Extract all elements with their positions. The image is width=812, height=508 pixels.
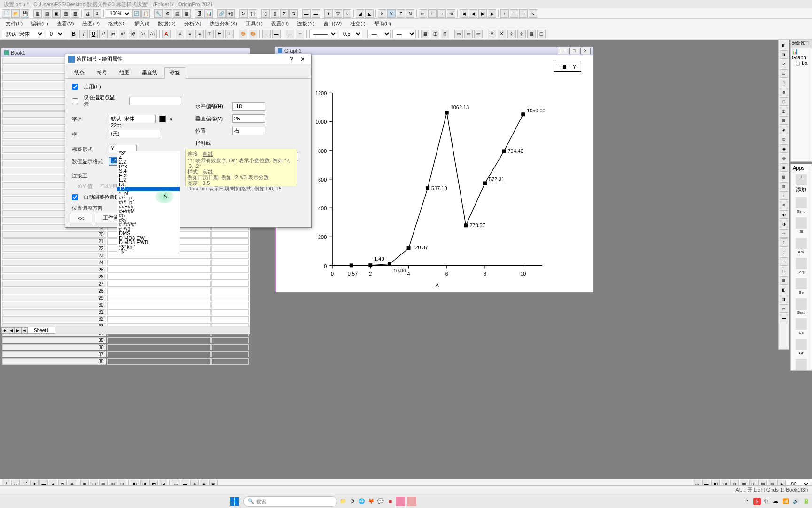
tray-up-icon[interactable]: ^ xyxy=(743,498,750,505)
graph-close-icon[interactable]: ✕ xyxy=(580,48,591,54)
frame-icon[interactable]: ▢ xyxy=(537,30,546,38)
dropdown-item[interactable]: 4 xyxy=(117,156,180,160)
new-notes-icon[interactable]: ▨ xyxy=(71,9,79,18)
only-points-checkbox[interactable] xyxy=(72,98,78,104)
apps-item[interactable]: Grap xyxy=(791,296,812,317)
dialog-close-icon[interactable]: ✕ xyxy=(297,56,308,63)
save-icon[interactable]: 💾 xyxy=(21,9,29,18)
rtool-20-icon[interactable]: ◑ xyxy=(780,220,788,228)
tab-label[interactable]: 标签 xyxy=(164,67,185,79)
table-icon[interactable]: ⊞ xyxy=(441,30,449,38)
rtool-13-icon[interactable]: ◎ xyxy=(780,154,788,162)
dropdown-item[interactable]: D0 xyxy=(117,183,180,187)
rtool-27-icon[interactable]: ◧ xyxy=(780,286,788,294)
graph-area[interactable]: Y 02468100200400600800100012000.571.4010… xyxy=(275,55,593,292)
plus-icon[interactable]: ✕ xyxy=(498,30,506,38)
taskbar-search[interactable]: 🔍 xyxy=(243,496,337,507)
code-icon[interactable]: { } xyxy=(249,9,257,18)
rtool-24-icon[interactable]: ↔ xyxy=(780,257,788,266)
palette-icon[interactable]: 🎨 xyxy=(239,30,247,38)
tab-prev-icon[interactable]: ◀ xyxy=(8,327,15,334)
fill-color-icon[interactable]: ▬ xyxy=(272,30,281,38)
layer1-icon[interactable]: ▭ xyxy=(454,30,463,38)
axis2-icon[interactable]: ⊹ xyxy=(517,30,526,38)
graph-window[interactable]: Graph1 — □ ✕ Y 0246810020040060080010001… xyxy=(274,46,594,293)
filter-icon[interactable]: ▼ xyxy=(324,9,333,18)
valign-bot-icon[interactable]: ⊥ xyxy=(225,30,234,38)
tool4-icon[interactable]: ▦ xyxy=(182,9,191,18)
nav1-icon[interactable]: ◀ xyxy=(460,9,468,18)
menu-plot[interactable]: 绘图(P) xyxy=(78,19,103,28)
rtool-19-icon[interactable]: ◐ xyxy=(780,210,788,219)
nav7-icon[interactable]: → xyxy=(519,9,528,18)
rtool-23-icon[interactable]: ↕ xyxy=(780,248,788,256)
position-select[interactable]: 右 xyxy=(232,127,265,135)
task-edge-icon[interactable]: 🌐 xyxy=(358,498,366,505)
line-end2-combo[interactable]: — xyxy=(392,30,416,38)
sub-icon[interactable]: x₂ xyxy=(109,30,117,38)
rtool-29-icon[interactable]: ▭ xyxy=(780,304,788,313)
add-col-icon[interactable]: +▯ xyxy=(226,9,235,18)
tab-first-icon[interactable]: ⏮ xyxy=(1,327,8,334)
legend[interactable]: Y xyxy=(554,62,581,72)
rtool-21-icon[interactable]: ⊹ xyxy=(780,229,788,238)
tab-next-icon[interactable]: ▶ xyxy=(15,327,21,334)
graph-titlebar[interactable]: Graph1 — □ ✕ xyxy=(275,47,593,55)
search-input[interactable] xyxy=(256,499,333,504)
rtool-16-icon[interactable]: ▥ xyxy=(780,182,788,190)
task-origin-icon[interactable] xyxy=(407,497,416,506)
zoom-combo[interactable]: 100% xyxy=(106,9,131,18)
apps-add[interactable]: +添加 xyxy=(791,172,812,195)
move-left-icon[interactable]: ← xyxy=(428,9,437,18)
align-center-icon[interactable]: ≡ xyxy=(186,30,194,38)
menu-insert[interactable]: 插入(I) xyxy=(131,19,153,28)
new-graph-icon[interactable]: ▤ xyxy=(43,9,51,18)
nav3-icon[interactable]: ▶ xyxy=(478,9,487,18)
row2-icon[interactable]: ▬ xyxy=(312,9,320,18)
menu-tools[interactable]: 工具(T) xyxy=(242,19,266,28)
nav2-icon[interactable]: ◀ xyxy=(469,9,477,18)
graph-max-icon[interactable]: □ xyxy=(569,48,579,54)
menu-file[interactable]: 文件(F) xyxy=(2,19,26,28)
tray-volume-icon[interactable]: 🔊 xyxy=(792,498,800,505)
apps-panel[interactable]: Apps +添加 SimpStAdvSequSeGrapSeGrMaFitt xyxy=(790,164,812,371)
voffset-input[interactable] xyxy=(232,114,265,123)
new-workbook-icon[interactable]: ▦ xyxy=(33,9,42,18)
tab-last-icon[interactable]: ⏭ xyxy=(21,327,28,334)
dialog-titlebar[interactable]: 绘图细节 - 绘图属性 ? ✕ xyxy=(65,54,311,64)
line-color-icon[interactable]: — xyxy=(262,30,271,38)
menu-analysis[interactable]: 分析(A) xyxy=(180,19,205,28)
font-color-icon[interactable]: A xyxy=(162,30,171,38)
import-icon[interactable]: ⇓ xyxy=(93,9,102,18)
tray-battery-icon[interactable]: 🔋 xyxy=(803,498,810,505)
dropdown-item[interactable]: *3* xyxy=(117,151,180,156)
z-icon[interactable]: Z xyxy=(397,9,405,18)
tray-wifi-icon[interactable]: 📶 xyxy=(782,498,789,505)
col-icon[interactable]: ▯ xyxy=(261,9,270,18)
new-matrix-icon[interactable]: ▣ xyxy=(52,9,61,18)
rtool-6-icon[interactable]: ⊖ xyxy=(780,88,788,96)
menu-edit[interactable]: 编辑(E) xyxy=(27,19,52,28)
line-end1-combo[interactable]: — xyxy=(367,30,391,38)
tab-group[interactable]: 组图 xyxy=(114,67,135,78)
database-icon[interactable]: 🗄 xyxy=(195,9,203,18)
dropdown-item[interactable]: ˙$˙* xyxy=(117,249,180,254)
decrease-font-icon[interactable]: A↓ xyxy=(148,30,157,38)
apps-item[interactable]: Adv xyxy=(791,236,812,256)
autoadjust-checkbox[interactable] xyxy=(72,194,78,200)
x-icon[interactable]: ✕ xyxy=(378,9,386,18)
font-color-swatch[interactable] xyxy=(159,116,166,122)
task-app2-icon[interactable]: ⚙ xyxy=(349,498,356,505)
enable-checkbox[interactable] xyxy=(72,84,78,90)
tool-icon[interactable]: 🔧 xyxy=(154,9,163,18)
sheet-tab[interactable]: Sheet1 xyxy=(28,327,55,334)
apps-item[interactable]: Sequ xyxy=(791,256,812,276)
dropdown-item[interactable]: #+##M xyxy=(117,209,180,214)
supersub-icon[interactable]: x⁺ xyxy=(119,30,127,38)
duplicate-icon[interactable]: 📋 xyxy=(141,9,150,18)
tab-dropline[interactable]: 垂直线 xyxy=(137,67,163,78)
nav4-icon[interactable]: ▶ xyxy=(488,9,496,18)
tray-ime-text[interactable]: 中 xyxy=(764,498,769,505)
font-combo[interactable]: 默认: 宋体 xyxy=(2,30,44,38)
align-right-icon[interactable]: ≡ xyxy=(195,30,204,38)
